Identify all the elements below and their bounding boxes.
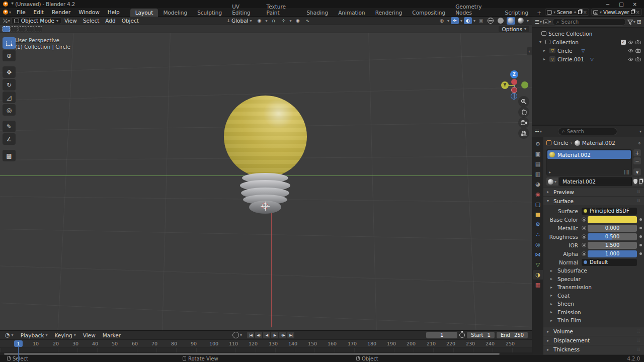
properties-search[interactable]: ⌕ [558,128,617,135]
pin-icon[interactable]: ⌖ [574,10,577,15]
metallic-slider[interactable]: 0.000 [588,225,637,232]
disable-render-camera-icon[interactable] [635,40,641,44]
menu-playback[interactable]: Playback▾ [18,332,51,339]
filter-dropdown[interactable]: ▾ [627,20,635,25]
tool-select-box[interactable] [3,37,16,49]
subpanel-subsurface[interactable]: ▸Subsurface [543,266,644,275]
shading-material-button[interactable] [507,17,515,25]
maximize-button[interactable]: □ [619,2,623,7]
options-dropdown[interactable]: Options ▾ [499,26,529,32]
input-socket-icon[interactable] [582,217,586,222]
tab-view-layer[interactable]: ▥ [533,169,543,179]
subpanel-transmission[interactable]: ▸Transmission [543,283,644,292]
collapse-icon[interactable]: ▾ [539,40,543,44]
transform-orientation-dropdown[interactable]: ⟂ Global ▾ [225,18,254,24]
tab-render[interactable]: ▣ [533,149,543,159]
keyframe-dot-icon[interactable] [639,252,642,255]
editor-type-button[interactable]: ⤯ ▾ [2,18,11,24]
select-mode-set[interactable] [3,26,10,32]
shading-solid-button[interactable] [497,17,505,25]
delete-scene-icon[interactable]: × [583,10,587,15]
outliner-search-input[interactable] [561,19,622,25]
tab-compositing[interactable]: Compositing [407,9,450,17]
stopwatch-icon[interactable] [459,332,465,338]
list-grip[interactable]: |||| [624,170,629,174]
mode-dropdown[interactable]: Object Mode ▾ [11,17,61,24]
gizmo-z-axis[interactable]: Z [510,70,518,78]
gizmo-y-axis[interactable]: Y [501,81,509,89]
play-button[interactable]: ▶ [271,332,278,338]
timeline-ruler[interactable]: 1 10 20 30 40 50 60 70 80 90 100 110 120… [0,340,532,348]
menu-window[interactable]: Window [75,9,103,16]
next-keyframe-button[interactable]: •▶ [279,332,286,338]
falloff-dropdown[interactable]: ∿ [304,17,312,24]
tab-shading[interactable]: Shading [302,9,334,17]
tool-annotate[interactable]: ✎ [3,121,16,132]
tab-texture-paint[interactable]: Texture Paint [262,3,302,17]
scene-selector[interactable]: ▾ Scene ⌖ × [545,9,589,16]
object-visibility-dropdown[interactable]: ◎ [438,17,446,24]
menu-select[interactable]: Select [80,17,102,24]
tab-constraints[interactable]: ⋈ [533,250,543,259]
sidebar-collapse-handle[interactable]: ‹ [527,47,532,55]
menu-edit[interactable]: Edit [30,9,47,16]
viewport-canvas[interactable]: User Perspective (1) Collection | Circle… [0,33,532,330]
frame-end-field[interactable]: End 250 [497,332,528,338]
outliner-row-scene-collection[interactable]: Scene Collection [535,29,644,38]
display-mode-dropdown[interactable]: ▾ [543,20,551,24]
add-slot-button[interactable]: + [633,149,641,156]
outliner-editor-type-button[interactable]: ☰ ▾ [535,19,542,25]
tab-tool[interactable]: ⚙ [533,139,543,149]
select-mode-intersect[interactable] [35,26,42,32]
alpha-slider[interactable]: 1.000 [588,250,637,257]
base-color-swatch[interactable] [588,216,637,223]
menu-timeline-view[interactable]: View [80,332,99,339]
panel-grip[interactable]: ⠿ [637,190,640,194]
timeline-tracks[interactable] [0,348,532,352]
ortho-toggle-button[interactable] [518,128,529,139]
camera-view-button[interactable] [518,117,529,128]
menu-render[interactable]: Render [48,9,74,16]
input-socket-icon[interactable] [582,226,586,230]
select-mode-subtract[interactable] [19,26,26,32]
tab-modifiers[interactable]: ⚙ [533,220,543,229]
shading-wireframe-button[interactable] [487,17,495,25]
subpanel-sheen[interactable]: ▸Sheen [543,300,644,308]
tab-world[interactable]: ◉ [533,190,543,199]
subpanel-coat[interactable]: ▸Coat [543,292,644,300]
gizmo-y-neg-axis[interactable] [521,81,528,88]
show-overlays-toggle[interactable]: ◐ [464,17,472,24]
jump-to-start-button[interactable]: |◀ [247,332,254,338]
jump-to-end-button[interactable]: ▶| [287,332,294,338]
app-menu-button[interactable]: ▾ [0,10,11,15]
panel-volume[interactable]: ▸ Volume ⠿ [543,327,644,336]
keyframe-dot-icon[interactable] [639,227,642,229]
current-frame-field[interactable]: 1 [426,332,457,338]
disable-render-camera-icon[interactable] [635,48,641,53]
auto-keying-toggle[interactable] [232,332,239,338]
menu-view[interactable]: View [61,17,80,24]
prev-keyframe-button[interactable]: ◀• [255,332,262,338]
outliner-search[interactable]: ⌕ [552,18,626,26]
keyframe-dot-icon[interactable] [639,218,642,221]
tab-particles[interactable]: ∴ [533,230,543,239]
keyframe-dot-icon[interactable] [639,235,642,238]
tool-rotate[interactable]: ↻ [3,79,16,90]
new-collection-button[interactable]: ⊞ [637,19,641,25]
menu-object[interactable]: Object [119,17,142,24]
subpanel-emission[interactable]: ▸Emission [543,308,644,317]
tab-scene[interactable]: ◕ [533,179,543,189]
input-socket-icon[interactable] [582,234,586,239]
tab-collection[interactable]: ▢ [533,200,543,209]
panel-grip[interactable]: ⠿ [637,338,640,343]
expand-icon[interactable]: ▸ [543,48,547,53]
normal-dropdown[interactable]: Default [582,259,637,266]
proportional-editing-toggle[interactable]: ◉ [294,17,302,24]
close-button[interactable]: × [633,2,637,7]
zoom-button[interactable] [518,96,529,107]
panel-displacement[interactable]: ▸ Displacement ⠿ [543,336,644,345]
tool-transform[interactable]: ◎ [3,104,16,116]
panel-surface[interactable]: ▾ Surface ⠿ [543,196,644,205]
pivot-point-dropdown[interactable]: ◉ [256,17,264,24]
tool-measure[interactable]: ∠ [3,133,16,145]
